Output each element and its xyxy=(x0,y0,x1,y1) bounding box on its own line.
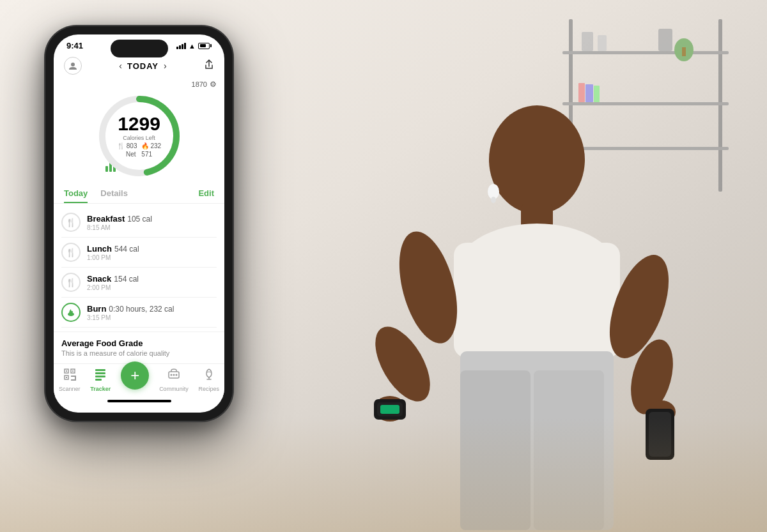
recipes-icon xyxy=(203,368,215,384)
share-button[interactable] xyxy=(204,59,214,72)
svg-rect-5 xyxy=(582,32,593,51)
svg-rect-6 xyxy=(598,35,607,51)
food-value: 803 xyxy=(127,142,137,149)
svg-rect-51 xyxy=(95,376,105,377)
food-grade-section: Average Food Grade This is a measure of … xyxy=(54,331,224,363)
nav-community[interactable]: Community xyxy=(159,368,189,392)
burn-icon-circle xyxy=(61,303,81,322)
meal-text: Breakfast 105 cal 8:15 AM xyxy=(87,214,217,231)
list-item[interactable]: 🍴 Snack 154 cal 2:00 PM xyxy=(61,268,217,298)
meal-time: 8:15 AM xyxy=(87,224,217,231)
wifi-icon: ▲ xyxy=(189,42,196,50)
next-chevron[interactable]: › xyxy=(164,61,167,71)
meal-icon: 🍴 xyxy=(61,213,81,232)
add-button[interactable]: + xyxy=(121,361,149,390)
list-item[interactable]: Burn 0:30 hours, 232 cal 3:15 PM xyxy=(61,298,217,328)
tab-edit[interactable]: Edit xyxy=(198,188,214,203)
calorie-goal-row: 1870 ⚙ xyxy=(61,80,217,89)
food-grade-title: Average Food Grade xyxy=(61,338,217,348)
meal-name: Snack xyxy=(87,274,111,284)
svg-rect-45 xyxy=(66,377,67,378)
burn-time: 3:15 PM xyxy=(87,314,217,321)
svg-point-30 xyxy=(491,197,496,203)
net-label: Net xyxy=(126,151,136,158)
user-avatar[interactable] xyxy=(64,57,82,75)
settings-icon[interactable]: ⚙ xyxy=(210,80,217,89)
status-time: 9:41 xyxy=(66,41,83,50)
phone-frame: 9:41 ▲ xyxy=(45,26,233,422)
svg-point-54 xyxy=(170,374,172,376)
tab-details[interactable]: Details xyxy=(100,188,128,203)
burn-text: Burn 0:30 hours, 232 cal 3:15 PM xyxy=(87,304,217,321)
meal-title-row: Breakfast 105 cal xyxy=(87,214,217,224)
community-icon xyxy=(167,368,180,384)
calorie-section: 1870 ⚙ xyxy=(54,80,224,186)
nav-recipes[interactable]: Recipes xyxy=(199,368,220,392)
nav-title: TODAY xyxy=(127,61,159,71)
calories-left-number: 1299 xyxy=(117,114,161,133)
dynamic-island xyxy=(111,40,168,57)
meal-text: Snack 154 cal 2:00 PM xyxy=(87,274,217,291)
burn-title-row: Burn 0:30 hours, 232 cal xyxy=(87,304,217,314)
tabs: Today Details Edit xyxy=(54,186,224,204)
calorie-ring: 1299 Calories Left 🍴 803 🔥 232 xyxy=(95,91,184,181)
svg-rect-43 xyxy=(66,370,67,372)
nav-tracker[interactable]: Tracker xyxy=(90,368,111,392)
svg-rect-48 xyxy=(71,379,76,381)
prev-chevron[interactable]: ‹ xyxy=(119,61,122,71)
tab-today[interactable]: Today xyxy=(64,188,88,203)
ring-center: 1299 Calories Left 🍴 803 🔥 232 xyxy=(117,114,161,158)
recipes-label: Recipes xyxy=(199,386,220,392)
svg-rect-7 xyxy=(658,29,672,51)
phone-screen: 9:41 ▲ xyxy=(54,34,224,413)
list-item[interactable]: 🍴 Lunch 544 cal 1:00 PM xyxy=(61,238,217,268)
svg-point-13 xyxy=(489,105,585,214)
nav-add[interactable]: + xyxy=(121,370,149,390)
list-item[interactable]: 🍴 Breakfast 105 cal 8:15 AM xyxy=(61,208,217,238)
meal-time: 1:00 PM xyxy=(87,254,217,261)
nav-title-area: ‹ TODAY › xyxy=(119,61,166,71)
scanner-label: Scanner xyxy=(59,386,81,392)
food-macro: 🍴 803 xyxy=(117,142,137,149)
signal-icon xyxy=(176,43,186,49)
status-bar: 9:41 ▲ xyxy=(54,34,224,53)
nav-scanner[interactable]: Scanner xyxy=(59,368,81,392)
food-grade-subtitle: This is a measure of calorie quality xyxy=(61,349,217,357)
bottom-nav: Scanner Tracker + xyxy=(54,363,224,399)
food-icon: 🍴 xyxy=(117,142,125,149)
community-label: Community xyxy=(159,386,189,392)
status-icons: ▲ xyxy=(176,42,212,50)
scanner-icon xyxy=(63,368,76,384)
meal-title-row: Snack 154 cal xyxy=(87,274,217,284)
calories-left-label: Calories Left xyxy=(117,135,161,141)
svg-point-55 xyxy=(173,374,174,376)
meal-name: Lunch xyxy=(87,244,112,254)
meal-icon: 🍴 xyxy=(61,243,81,262)
meal-cal: 154 cal xyxy=(114,275,139,284)
svg-point-33 xyxy=(71,63,75,66)
burn-cal: 0:30 hours, 232 cal xyxy=(109,305,174,314)
meal-cal: 544 cal xyxy=(114,245,139,254)
meal-text: Lunch 544 cal 1:00 PM xyxy=(87,244,217,261)
svg-rect-50 xyxy=(95,372,105,374)
home-indicator xyxy=(107,400,171,402)
meal-name: Breakfast xyxy=(87,214,125,224)
svg-rect-52 xyxy=(95,379,102,381)
burn-icon: 🔥 xyxy=(141,142,149,149)
net-macro: Net 571 xyxy=(117,151,161,158)
phone-mockup: 9:41 ▲ xyxy=(45,26,233,422)
tracker-label: Tracker xyxy=(90,386,111,392)
tracker-icon xyxy=(94,368,107,384)
svg-rect-16 xyxy=(454,243,620,358)
food-log: 🍴 Breakfast 105 cal 8:15 AM 🍴 Lunc xyxy=(54,204,224,331)
floor xyxy=(0,417,767,532)
meal-icon: 🍴 xyxy=(61,273,81,292)
burn-value: 232 xyxy=(151,142,162,149)
burn-macro: 🔥 232 xyxy=(141,142,162,149)
net-value: 571 xyxy=(141,151,152,158)
svg-point-56 xyxy=(175,374,177,376)
svg-rect-49 xyxy=(95,369,105,371)
svg-rect-44 xyxy=(72,370,74,372)
svg-rect-25 xyxy=(380,405,399,414)
meal-title-row: Lunch 544 cal xyxy=(87,244,217,254)
